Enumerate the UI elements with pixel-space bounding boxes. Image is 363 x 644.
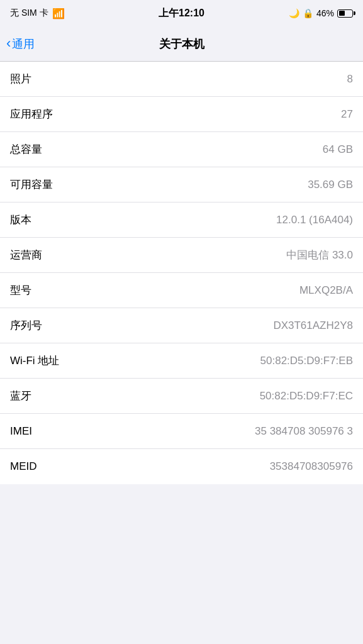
table-row[interactable]: 蓝牙50:82:D5:D9:F7:EC <box>0 379 363 414</box>
carrier-text: 无 SIM 卡 <box>10 8 48 19</box>
status-bar: 无 SIM 卡 📶 上午12:10 🌙 🔒 46% <box>0 0 363 26</box>
row-label: 运营商 <box>10 248 42 262</box>
row-value: 35384708305976 <box>270 460 353 473</box>
row-label: 版本 <box>10 213 31 227</box>
row-value: MLXQ2B/A <box>299 284 353 297</box>
settings-group: 照片8应用程序27总容量64 GB可用容量35.69 GB版本12.0.1 (1… <box>0 62 363 484</box>
row-label: 可用容量 <box>10 177 53 192</box>
status-time: 上午12:10 <box>159 7 204 20</box>
row-value: 35 384708 305976 3 <box>255 425 353 438</box>
status-left: 无 SIM 卡 📶 <box>10 8 65 19</box>
back-button[interactable]: ‹ 通用 <box>6 36 35 52</box>
battery-percent: 46% <box>316 8 334 18</box>
row-value: 50:82:D5:D9:F7:EB <box>260 355 353 367</box>
row-label: 总容量 <box>10 142 42 157</box>
moon-icon: 🌙 <box>289 8 299 18</box>
table-row[interactable]: Wi-Fi 地址50:82:D5:D9:F7:EB <box>0 343 363 379</box>
row-label: 蓝牙 <box>10 389 31 403</box>
row-value: 64 GB <box>323 143 353 156</box>
row-label: IMEI <box>10 425 32 438</box>
row-label: 照片 <box>10 72 31 86</box>
nav-bar: ‹ 通用 关于本机 <box>0 26 363 62</box>
row-label: 应用程序 <box>10 107 53 121</box>
status-right: 🌙 🔒 46% <box>289 8 353 18</box>
back-chevron-icon: ‹ <box>6 36 11 50</box>
table-row[interactable]: 照片8 <box>0 62 363 97</box>
table-row[interactable]: 序列号DX3T61AZH2Y8 <box>0 308 363 343</box>
table-row[interactable]: 型号MLXQ2B/A <box>0 273 363 308</box>
row-value: 50:82:D5:D9:F7:EC <box>260 390 353 402</box>
row-value: 12.0.1 (16A404) <box>276 214 353 226</box>
battery-icon <box>337 9 353 18</box>
battery-fill <box>339 11 345 16</box>
table-row[interactable]: MEID35384708305976 <box>0 449 363 484</box>
page-title: 关于本机 <box>159 36 204 52</box>
table-row[interactable]: 应用程序27 <box>0 97 363 132</box>
row-label: MEID <box>10 460 37 473</box>
table-row[interactable]: IMEI35 384708 305976 3 <box>0 414 363 449</box>
battery-container <box>337 9 353 18</box>
wifi-icon: 📶 <box>52 8 65 19</box>
lock-icon: 🔒 <box>303 8 313 18</box>
row-value: 中国电信 33.0 <box>286 248 353 262</box>
table-row[interactable]: 总容量64 GB <box>0 132 363 167</box>
table-row[interactable]: 可用容量35.69 GB <box>0 167 363 203</box>
table-row[interactable]: 版本12.0.1 (16A404) <box>0 203 363 238</box>
row-label: Wi-Fi 地址 <box>10 353 59 368</box>
row-label: 序列号 <box>10 318 42 333</box>
table-row[interactable]: 运营商中国电信 33.0 <box>0 238 363 273</box>
row-value: 27 <box>341 108 353 121</box>
row-value: 35.69 GB <box>308 179 353 191</box>
row-value: 8 <box>347 73 353 86</box>
row-label: 型号 <box>10 283 31 297</box>
row-value: DX3T61AZH2Y8 <box>273 319 353 332</box>
back-label: 通用 <box>12 36 35 52</box>
